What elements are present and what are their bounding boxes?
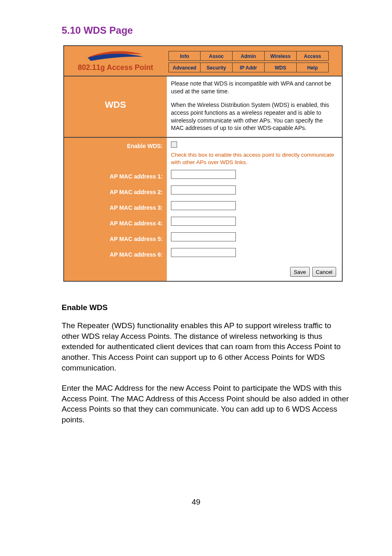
wds-note: Please note that WDS is incompatible wit…	[171, 80, 336, 95]
wds-left-panel: WDS	[64, 76, 167, 137]
tabs-area: Info Assoc Admin Wireless Access Advance…	[167, 46, 342, 76]
mac-input-3[interactable]	[171, 201, 236, 210]
tab-row-1: Info Assoc Admin Wireless Access	[168, 51, 337, 61]
mac-input-4[interactable]	[171, 217, 236, 226]
mac-label-1: AP MAC address 1:	[64, 171, 167, 186]
body-para-1: The Repeater (WDS) functionality enables…	[62, 320, 349, 373]
swoosh-icon	[87, 49, 144, 62]
enable-wds-hint: Check this box to enable this access poi…	[171, 151, 336, 166]
tab-ipaddr[interactable]: IP Addr	[233, 63, 265, 72]
wds-description: When the Wireless Distribution System (W…	[171, 101, 336, 132]
page-number: 49	[0, 498, 392, 507]
logo-area: 802.11g Access Point	[64, 46, 167, 76]
tab-admin[interactable]: Admin	[233, 51, 265, 61]
mac-label-5: AP MAC address 5:	[64, 233, 167, 249]
page-title: 5.10 WDS Page	[62, 25, 392, 36]
wds-description-panel: Please note that WDS is incompatible wit…	[167, 76, 342, 137]
form-inputs-col: Check this box to enable this access poi…	[167, 138, 342, 281]
mac-input-2[interactable]	[171, 185, 236, 195]
mac-label-6: AP MAC address 6:	[64, 249, 167, 264]
mac-input-5[interactable]	[171, 232, 236, 241]
save-button[interactable]: Save	[290, 267, 310, 277]
mac-input-6[interactable]	[171, 248, 236, 257]
config-screenshot: 802.11g Access Point Info Assoc Admin Wi…	[63, 45, 343, 282]
body-heading: Enable WDS	[62, 302, 349, 313]
form-labels-col: Enable WDS: AP MAC address 1: AP MAC add…	[64, 138, 167, 281]
mac-label-2: AP MAC address 2:	[64, 186, 167, 202]
mac-label-4: AP MAC address 4:	[64, 218, 167, 233]
tab-advanced[interactable]: Advanced	[168, 63, 201, 72]
enable-wds-label: Enable WDS:	[64, 141, 167, 171]
tab-info[interactable]: Info	[168, 51, 201, 61]
wds-heading: WDS	[64, 76, 167, 110]
mac-input-1[interactable]	[171, 170, 236, 179]
tab-wireless[interactable]: Wireless	[265, 51, 297, 61]
body-para-2: Enter the MAC Address for the new Access…	[62, 383, 349, 425]
cancel-button[interactable]: Cancel	[312, 267, 336, 277]
tab-access[interactable]: Access	[297, 51, 329, 61]
logo-text: 802.11g Access Point	[64, 63, 167, 72]
tab-help[interactable]: Help	[297, 63, 329, 72]
enable-wds-checkbox[interactable]	[171, 141, 177, 148]
tab-security[interactable]: Security	[201, 63, 233, 72]
tab-row-2: Advanced Security IP Addr WDS Help	[168, 63, 337, 72]
tab-assoc[interactable]: Assoc	[201, 51, 233, 61]
mac-label-3: AP MAC address 3:	[64, 202, 167, 218]
tab-wds[interactable]: WDS	[265, 63, 297, 72]
